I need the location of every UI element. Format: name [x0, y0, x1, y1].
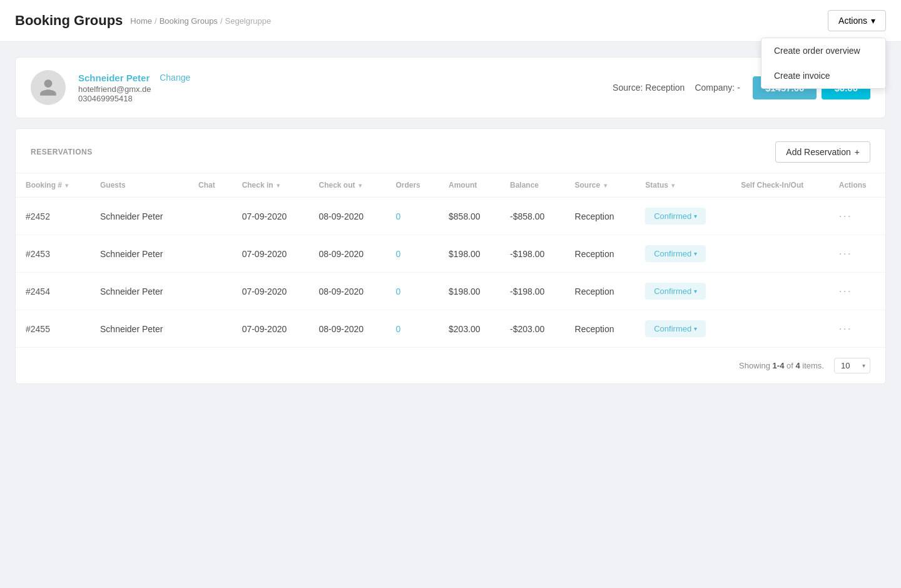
- row-more-button[interactable]: ···: [839, 247, 852, 260]
- dropdown-item-create-order[interactable]: Create order overview: [761, 38, 885, 63]
- row-more-button[interactable]: ···: [839, 322, 852, 335]
- th-status: Status ▾: [635, 173, 731, 198]
- th-booking-num: Booking # ▾: [16, 173, 90, 198]
- add-reservation-label: Add Reservation: [786, 147, 851, 157]
- cell-source: Reception: [565, 198, 636, 235]
- breadcrumb-home[interactable]: Home: [130, 16, 152, 26]
- status-caret-icon: ▾: [694, 288, 697, 295]
- orders-link[interactable]: 0: [395, 249, 400, 259]
- table-row: #2454 Schneider Peter 07-09-2020 08-09-2…: [16, 273, 885, 310]
- source-label: Source:: [613, 83, 643, 93]
- row-more-button[interactable]: ···: [839, 285, 852, 298]
- cell-actions: ···: [829, 198, 885, 235]
- cell-status: Confirmed ▾: [635, 235, 731, 273]
- cell-amount: $858.00: [439, 198, 500, 235]
- cell-chat: [188, 310, 232, 348]
- change-guest-button[interactable]: Change: [160, 73, 190, 83]
- cell-self-checkin: [731, 235, 829, 273]
- guest-email: hotelfriend@gmx.de: [78, 84, 588, 94]
- orders-link[interactable]: 0: [395, 211, 400, 221]
- add-reservation-button[interactable]: Add Reservation +: [775, 141, 870, 163]
- actions-label: Actions: [838, 16, 867, 26]
- guest-name[interactable]: Schneider Peter: [78, 73, 150, 83]
- reservations-header: RESERVATIONS Add Reservation +: [16, 129, 885, 173]
- status-caret-icon: ▾: [694, 213, 697, 220]
- table-footer: Showing 1-4 of 4 items. 102550100 ▾: [16, 347, 885, 383]
- status-label: Confirmed: [654, 211, 691, 221]
- row-more-button[interactable]: ···: [839, 210, 852, 223]
- cell-self-checkin: [731, 273, 829, 310]
- cell-amount: $198.00: [439, 235, 500, 273]
- reservations-card: RESERVATIONS Add Reservation + Booking #…: [15, 128, 886, 384]
- cell-orders: 0: [385, 273, 439, 310]
- cell-checkin: 07-09-2020: [232, 235, 309, 273]
- page-title: Booking Groups: [15, 13, 123, 29]
- guest-info: Schneider Peter Change hotelfriend@gmx.d…: [16, 58, 885, 118]
- breadcrumb-sep-2: /: [220, 16, 223, 26]
- status-badge[interactable]: Confirmed ▾: [645, 245, 706, 262]
- company-label: Company:: [695, 83, 735, 93]
- top-bar-left: Booking Groups Home / Booking Groups / S…: [15, 13, 271, 29]
- cell-checkout: 08-09-2020: [309, 310, 386, 348]
- actions-button[interactable]: Actions ▾: [828, 10, 886, 31]
- cell-actions: ···: [829, 273, 885, 310]
- orders-link[interactable]: 0: [395, 286, 400, 297]
- th-orders: Orders: [385, 173, 439, 198]
- cell-status: Confirmed ▾: [635, 310, 731, 348]
- source-meta: Source: Reception: [613, 83, 685, 93]
- breadcrumb-sep-1: /: [155, 16, 157, 26]
- table-row: #2455 Schneider Peter 07-09-2020 08-09-2…: [16, 310, 885, 348]
- dropdown-item-create-invoice[interactable]: Create invoice: [761, 63, 885, 88]
- cell-balance: -$203.00: [500, 310, 565, 348]
- cell-guest: Schneider Peter: [90, 235, 188, 273]
- booking-number: #2452: [26, 211, 50, 221]
- guest-meta: Source: Reception Company: -: [613, 83, 740, 93]
- cell-orders: 0: [385, 310, 439, 348]
- checkin-sort-icon: ▾: [277, 182, 280, 189]
- status-badge[interactable]: Confirmed ▾: [645, 320, 706, 337]
- cell-checkout: 08-09-2020: [309, 198, 386, 235]
- cell-guest: Schneider Peter: [90, 310, 188, 348]
- cell-checkout: 08-09-2020: [309, 273, 386, 310]
- table-body: #2452 Schneider Peter 07-09-2020 08-09-2…: [16, 198, 885, 348]
- cell-chat: [188, 198, 232, 235]
- status-badge[interactable]: Confirmed ▾: [645, 208, 706, 225]
- status-label: Confirmed: [654, 324, 691, 333]
- cell-booking-num: #2455: [16, 310, 90, 348]
- guest-details: Schneider Peter Change hotelfriend@gmx.d…: [78, 73, 588, 103]
- showing-range: 1-4: [773, 361, 785, 370]
- booking-number: #2455: [26, 324, 50, 334]
- reservations-title: RESERVATIONS: [31, 148, 93, 156]
- cell-self-checkin: [731, 310, 829, 348]
- showing-total: 4: [795, 361, 800, 370]
- cell-balance: -$858.00: [500, 198, 565, 235]
- actions-caret-icon: ▾: [871, 16, 875, 26]
- cell-guest: Schneider Peter: [90, 198, 188, 235]
- th-source: Source ▾: [565, 173, 636, 198]
- cell-source: Reception: [565, 235, 636, 273]
- cell-status: Confirmed ▾: [635, 273, 731, 310]
- th-amount: Amount: [439, 173, 500, 198]
- breadcrumb-booking-groups[interactable]: Booking Groups: [160, 16, 218, 26]
- cell-checkout: 08-09-2020: [309, 235, 386, 273]
- table-row: #2453 Schneider Peter 07-09-2020 08-09-2…: [16, 235, 885, 273]
- cell-amount: $203.00: [439, 310, 500, 348]
- cell-status: Confirmed ▾: [635, 198, 731, 235]
- source-sort-icon: ▾: [604, 182, 607, 189]
- reservations-table: Booking # ▾ Guests Chat Check in ▾ Check…: [16, 173, 885, 347]
- cell-chat: [188, 273, 232, 310]
- cell-booking-num: #2454: [16, 273, 90, 310]
- actions-dropdown-menu: Create order overview Create invoice: [761, 38, 886, 89]
- checkout-sort-icon: ▾: [359, 182, 362, 189]
- avatar: [31, 70, 66, 105]
- table-head: Booking # ▾ Guests Chat Check in ▾ Check…: [16, 173, 885, 198]
- status-caret-icon: ▾: [694, 250, 697, 257]
- per-page-select[interactable]: 102550100: [834, 358, 870, 373]
- th-actions: Actions: [829, 173, 885, 198]
- status-badge[interactable]: Confirmed ▾: [645, 283, 706, 300]
- company-value: -: [737, 83, 740, 93]
- th-booking-label: Booking #: [26, 181, 62, 190]
- orders-link[interactable]: 0: [395, 324, 400, 334]
- cell-balance: -$198.00: [500, 273, 565, 310]
- status-label: Confirmed: [654, 249, 691, 258]
